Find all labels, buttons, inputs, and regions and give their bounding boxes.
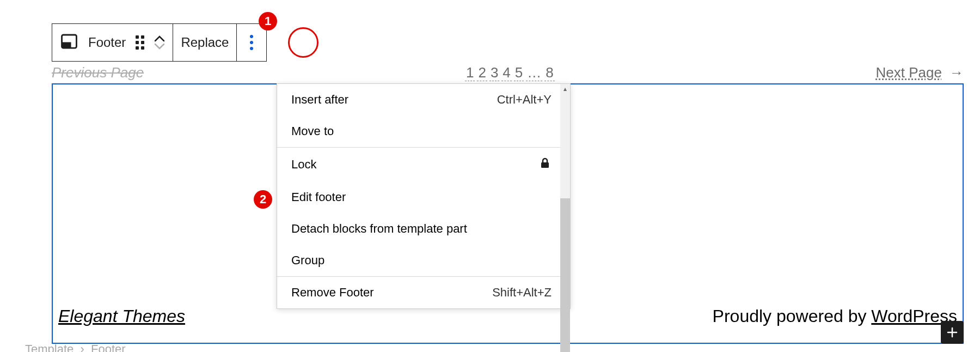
menu-group-label: Group	[291, 253, 324, 268]
scrollbar-thumb[interactable]	[560, 198, 570, 352]
menu-lock[interactable]: Lock	[277, 148, 570, 181]
menu-remove-shortcut: Shift+Alt+Z	[492, 286, 552, 300]
lock-icon	[538, 156, 552, 173]
toolbar-replace-section[interactable]: Replace	[173, 24, 237, 61]
page-3[interactable]: 3	[489, 64, 499, 81]
prev-page-link[interactable]: Previous Page	[52, 64, 144, 81]
scroll-up-icon[interactable]: ▴	[560, 84, 570, 94]
next-page-link[interactable]: Next Page →	[876, 64, 964, 81]
plus-icon	[946, 326, 959, 339]
svg-rect-2	[541, 162, 549, 168]
menu-group[interactable]: Group	[277, 245, 570, 276]
menu-detach[interactable]: Detach blocks from template part	[277, 213, 570, 245]
footer-content: Elegant Themes Proudly powered by WordPr…	[53, 306, 963, 326]
page-numbers[interactable]: 12345…8	[464, 64, 556, 81]
annotation-badge-2: 2	[254, 190, 272, 209]
page-2[interactable]: 2	[477, 64, 487, 81]
menu-remove-label: Remove Footer	[291, 286, 374, 300]
arrow-right-icon: →	[950, 64, 964, 81]
annotation-badge-1: 1	[259, 12, 277, 31]
menu-move-to[interactable]: Move to	[277, 116, 570, 147]
menu-edit-footer[interactable]: Edit footer	[277, 181, 570, 213]
move-up-down[interactable]	[154, 35, 165, 50]
menu-insert-after[interactable]: Insert after Ctrl+Alt+Y	[277, 84, 570, 116]
chevron-up-icon[interactable]	[154, 35, 165, 43]
menu-insert-after-shortcut: Ctrl+Alt+Y	[497, 93, 552, 107]
menu-edit-footer-label: Edit footer	[291, 190, 346, 204]
template-part-icon	[60, 32, 78, 53]
page-1[interactable]: 1	[465, 64, 475, 81]
pagination-row: Previous Page 12345…8 Next Page →	[52, 64, 964, 81]
more-options-icon[interactable]	[250, 35, 253, 50]
annotation-circle-1	[288, 27, 318, 58]
block-toolbar: Footer Replace	[52, 23, 267, 62]
toolbar-more-section[interactable]	[237, 24, 266, 61]
add-block-button[interactable]	[941, 321, 964, 344]
page-5[interactable]: 5	[514, 64, 524, 81]
svg-rect-1	[62, 42, 71, 48]
menu-move-to-label: Move to	[291, 124, 334, 138]
block-options-menu: Insert after Ctrl+Alt+Y Move to Lock Edi…	[277, 83, 571, 309]
site-title[interactable]: Elegant Themes	[58, 306, 185, 326]
menu-lock-label: Lock	[291, 157, 316, 172]
chevron-down-icon[interactable]	[154, 43, 165, 50]
next-page-text[interactable]: Next Page	[876, 64, 942, 81]
menu-insert-after-label: Insert after	[291, 93, 348, 107]
page-8[interactable]: 8	[544, 64, 554, 81]
toolbar-block-section: Footer	[52, 24, 173, 61]
menu-remove-footer[interactable]: Remove Footer Shift+Alt+Z	[277, 277, 570, 308]
credit-prefix: Proudly powered by	[713, 306, 872, 326]
page-ellipsis: …	[526, 64, 542, 81]
block-label: Footer	[88, 35, 126, 50]
footer-credit: Proudly powered by WordPress	[713, 306, 957, 326]
replace-button[interactable]: Replace	[181, 35, 229, 50]
page-4[interactable]: 4	[501, 64, 511, 81]
menu-detach-label: Detach blocks from template part	[291, 222, 467, 236]
drag-handle-icon[interactable]	[136, 35, 144, 50]
